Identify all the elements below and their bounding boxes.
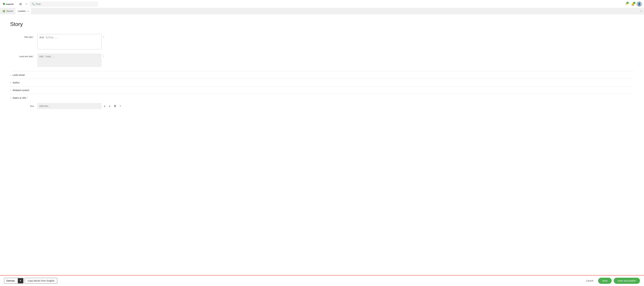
topbar-right: ⚡ 0 🔔 0 👤 (623, 1, 642, 7)
leaf-icon: 🌿 (2, 10, 5, 13)
add-button[interactable]: + (119, 104, 122, 108)
tasks-badge: 0 (626, 2, 629, 4)
lead-row: Lead text (de)* ? (10, 53, 634, 67)
lead-input[interactable] (37, 53, 102, 67)
page-title: Story (10, 21, 634, 27)
lead-help-icon[interactable]: ? (103, 55, 104, 58)
logo: magnolia (2, 2, 16, 7)
title-help-icon[interactable]: ? (103, 36, 104, 39)
search-input[interactable] (36, 3, 96, 6)
panel-close-icon[interactable]: ✕ (640, 10, 642, 12)
title-input[interactable] (37, 34, 102, 49)
move-up-button[interactable]: ∧ (103, 104, 106, 108)
language-select-wrap: German English French ▼ (4, 278, 23, 284)
user-icon: 👤 (638, 2, 641, 6)
title-label: Title (de)* (10, 34, 37, 38)
save-and-publish-button[interactable]: Save and publish (614, 278, 640, 284)
title-required-star: * (33, 36, 34, 38)
grid-icon[interactable]: ⊞ (18, 1, 23, 7)
language-select[interactable]: German English French (4, 278, 18, 283)
lead-visual-label: Lead visual (13, 74, 25, 76)
related-content-label: Related content (13, 89, 29, 92)
cancel-button[interactable]: Cancel (583, 278, 596, 283)
lead-label: Lead text (de)* (10, 53, 37, 58)
star-icon[interactable]: ☆ (24, 1, 28, 7)
tasks-button[interactable]: ⚡ 0 (623, 1, 629, 7)
copy-blocks-button[interactable]: Copy blocks from English (25, 278, 57, 284)
chevron-dates-icon: › (10, 96, 11, 99)
lead-field-wrap: ? (37, 53, 634, 67)
title-field-wrap: ? (37, 34, 634, 49)
chevron-lead-visual-icon: › (10, 74, 11, 76)
tab-close-icon[interactable]: ✕ (27, 10, 29, 12)
dates-url-label: Dates & URL (13, 96, 26, 99)
tab-untitled-label: /untitled (18, 10, 26, 12)
main-area: Story Title (de)* ? Lead text (de)* ? › … (0, 14, 644, 286)
chevron-related-icon: › (10, 89, 11, 92)
text-controls: ∧ ∨ 🗑 + (103, 104, 122, 108)
save-button[interactable]: Save (598, 278, 612, 284)
chevron-author-icon: › (10, 81, 11, 84)
svg-text:magnolia: magnolia (6, 3, 14, 5)
user-avatar[interactable]: 👤 (636, 1, 642, 7)
text-row: Text ∧ ∨ 🗑 + (10, 103, 634, 109)
bottom-bar: German English French ▼ Copy blocks from… (0, 275, 644, 286)
title-row: Title (de)* ? (10, 34, 634, 49)
text-input[interactable] (37, 103, 102, 109)
section-related-content[interactable]: › Related content (10, 86, 634, 94)
section-author[interactable]: › Author (10, 79, 634, 86)
tab-stories[interactable]: 🌿 Stories (0, 8, 16, 14)
search-bar: 🔍 (30, 2, 98, 7)
notifications-button[interactable]: 🔔 0 (630, 1, 636, 7)
notifications-badge: 0 (633, 2, 636, 4)
dates-required-star: * (27, 96, 28, 99)
move-down-button[interactable]: ∨ (108, 104, 112, 108)
author-label: Author (13, 81, 20, 84)
bottom-right: Cancel Save Save and publish (583, 278, 640, 284)
section-lead-visual[interactable]: › Lead visual (10, 71, 634, 79)
search-icon: 🔍 (32, 3, 35, 6)
topbar: magnolia ⊞ ☆ 🔍 ⚡ 0 🔔 0 👤 (0, 0, 644, 8)
section-dates-url[interactable]: › Dates & URL * (10, 94, 634, 102)
text-label: Text (10, 105, 37, 107)
delete-button[interactable]: 🗑 (113, 104, 117, 108)
tabbar: 🌿 Stories /untitled ✕ ✕ (0, 8, 644, 14)
language-dropdown-button[interactable]: ▼ (18, 278, 23, 283)
lead-required-star: * (33, 55, 34, 58)
tab-stories-label: Stories (6, 10, 13, 12)
tab-untitled[interactable]: /untitled ✕ (16, 8, 32, 14)
